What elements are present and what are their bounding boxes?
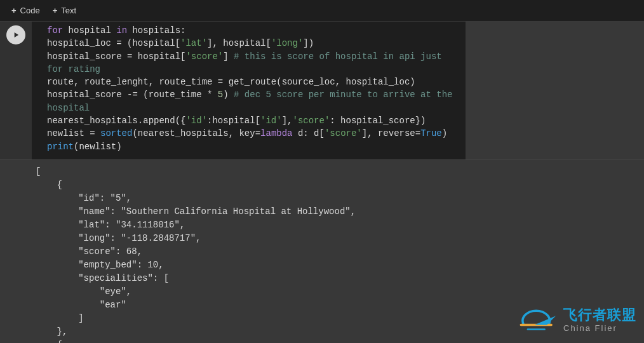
code-token: 'long' — [271, 38, 303, 48]
play-icon — [11, 30, 20, 39]
code-line: nearest_hospitals.append({'id':hospital[… — [47, 114, 459, 127]
code-token: route, route_lenght, route_time = get_ro… — [47, 77, 415, 87]
code-token: ], — [282, 116, 293, 126]
code-line: newlist = sorted(nearest_hospitals, key=… — [47, 127, 459, 140]
plus-icon: + — [53, 6, 58, 15]
cell-gutter — [0, 22, 32, 159]
add-code-label: Code — [20, 6, 40, 15]
code-token: d: d[ — [293, 128, 325, 138]
code-token: 'lat' — [180, 38, 207, 48]
code-token: hospital — [63, 25, 116, 36]
code-token: newlist = — [47, 128, 100, 138]
add-code-button[interactable]: + Code — [5, 3, 46, 18]
code-token: hospitals: — [127, 25, 185, 36]
watermark: 飞行者联盟 China Flier — [518, 302, 636, 335]
code-token: 5 — [218, 90, 223, 100]
code-token: hospital_score -= (route_time * — [47, 90, 218, 100]
code-cell: for hospital in hospitals: hospital_loc … — [0, 22, 644, 159]
code-token: 'score' — [325, 128, 362, 138]
code-token: in — [116, 25, 127, 36]
code-line: hospital_loc = (hospital['lat'], hospita… — [47, 37, 459, 50]
code-line: for hospital in hospitals: — [47, 24, 459, 37]
code-token: 'id' — [185, 116, 207, 126]
code-token: 'score' — [185, 51, 223, 62]
watermark-text: 飞行者联盟 China Flier — [563, 306, 636, 333]
code-editor[interactable]: for hospital in hospitals: hospital_loc … — [32, 22, 466, 159]
code-token: ) — [223, 90, 234, 100]
code-token: ], reverse= — [362, 128, 420, 138]
add-text-label: Text — [61, 6, 76, 15]
code-token: : hospital_score}) — [330, 116, 426, 126]
code-token: print — [47, 142, 74, 152]
code-token: True — [420, 128, 442, 138]
toolbar: + Code + Text — [0, 0, 644, 22]
code-token: ) — [442, 128, 447, 138]
watermark-title: 飞行者联盟 — [563, 306, 636, 325]
watermark-subtitle: China Flier — [563, 323, 636, 333]
add-text-button[interactable]: + Text — [46, 3, 83, 18]
code-line: hospital_score = hospital['score'] # thi… — [47, 50, 459, 76]
code-token: ] — [223, 51, 234, 62]
code-token: ]) — [303, 38, 314, 48]
code-line: route, route_lenght, route_time = get_ro… — [47, 76, 459, 88]
code-line: print(newlist) — [47, 140, 459, 153]
code-token: (newlist) — [74, 142, 122, 152]
code-token: hospital_score = hospital[ — [47, 51, 185, 62]
code-line: hospital_score -= (route_time * 5) # dec… — [47, 88, 459, 114]
code-token: for — [47, 25, 63, 36]
code-token: 'score' — [292, 116, 330, 126]
code-token: (nearest_hospitals, key= — [132, 128, 260, 138]
watermark-logo-icon — [518, 302, 557, 335]
run-button[interactable] — [6, 25, 25, 44]
code-token: ], hospital[ — [207, 38, 271, 48]
code-token: :hospital[ — [207, 116, 260, 126]
code-token: lambda — [260, 128, 292, 138]
code-token: 'id' — [260, 116, 282, 126]
plus-icon: + — [11, 6, 17, 15]
code-token: hospital_loc = (hospital[ — [47, 38, 180, 48]
code-token: nearest_hospitals.append({ — [47, 116, 185, 126]
output-gutter — [0, 160, 32, 343]
code-token: sorted — [100, 128, 132, 138]
